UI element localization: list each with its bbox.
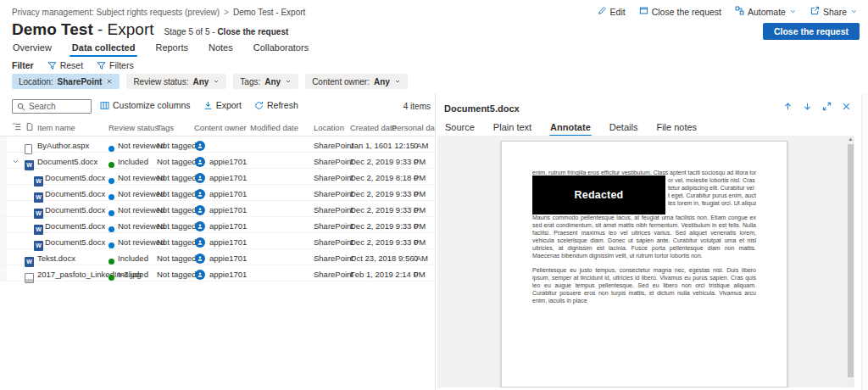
table-row[interactable]: WDocument5.docxNot reviewedNot taggedapp… [0, 201, 435, 217]
window-scrollbar[interactable] [861, 93, 868, 390]
share-button[interactable]: Share [810, 6, 858, 17]
preview-tab-file-notes[interactable]: File notes [655, 120, 698, 136]
item-name-cell[interactable]: Document5.docx [45, 173, 105, 182]
preview-panel-icons [783, 102, 851, 111]
status-dot [108, 210, 114, 216]
filter-bar: Filter Reset Filters [12, 60, 134, 70]
file-type-column-icon[interactable] [25, 122, 34, 133]
filters-button[interactable]: Filters [97, 60, 134, 70]
column-review-status[interactable]: Review status [108, 123, 159, 132]
search-box[interactable] [12, 99, 92, 114]
table-row[interactable]: WDocument5.docxNot reviewedNot taggedapp… [0, 233, 435, 249]
share-icon [810, 6, 820, 17]
item-name-cell[interactable]: Document5.docx [45, 205, 105, 214]
table-row[interactable]: WDocument5.docxNot reviewedNot taggedapp… [0, 185, 435, 201]
item-name-cell[interactable]: Document5.docx [45, 189, 105, 198]
chip-value: Any [192, 77, 209, 86]
filter-chip-reviewstatus[interactable]: Review status: Any [126, 74, 226, 89]
tags-cell: Not tagged [157, 270, 196, 279]
tab-notes[interactable]: Notes [208, 40, 234, 57]
tags-cell: Not tagged [157, 237, 196, 247]
reset-filters-label: Reset [60, 60, 83, 70]
owner-avatar [195, 221, 205, 231]
content-owner-cell: appie1701 [209, 254, 247, 263]
table-row[interactable]: WTekst.docxIncludedNot taggedappie1701Sh… [0, 249, 435, 265]
column-item-name[interactable]: Item name [37, 123, 75, 132]
item-name-cell[interactable]: Document5.docx [45, 221, 105, 231]
table-row[interactable]: WDocument5.docxNot reviewedNot taggedapp… [0, 169, 435, 185]
preview-tab-details[interactable]: Details [609, 120, 639, 136]
owner-avatar [195, 254, 205, 264]
content-owner-cell: appie1701 [209, 157, 247, 166]
item-name-cell[interactable]: Tekst.docx [37, 254, 75, 263]
status-dot [108, 146, 114, 152]
tab-overview[interactable]: Overview [12, 40, 53, 57]
item-name-cell[interactable]: ByAuthor.aspx [37, 141, 89, 150]
redaction-label: Redacted [575, 192, 624, 199]
remove-filter-icon[interactable] [106, 78, 113, 85]
edit-button[interactable]: Edit [598, 6, 626, 17]
download-icon [203, 101, 213, 110]
table-row[interactable]: WDocument5.docxNot reviewedNot taggedapp… [0, 217, 435, 233]
owner-avatar [195, 173, 205, 183]
close-panel-icon[interactable] [842, 102, 851, 111]
content-owner-cell: appie1701 [209, 270, 247, 279]
table-row[interactable]: 2017_pasfoto_LinkedIn-3.jpgIncludedNot t… [0, 265, 435, 281]
review-status-cell: Included [118, 254, 148, 263]
status-dot [108, 226, 114, 232]
filter-chip-tags[interactable]: Tags: Any [233, 74, 298, 89]
table-row[interactable]: WDocument5.docxIncludedNot taggedappie17… [0, 153, 435, 169]
search-input[interactable] [29, 102, 86, 111]
item-name-cell[interactable]: Document5.docx [37, 157, 97, 166]
preview-scrollbar[interactable]: ▲ [847, 136, 854, 387]
review-status-cell: Included [118, 270, 148, 279]
column-personal-data[interactable]: Personal da [392, 123, 435, 132]
tags-cell: Not tagged [157, 141, 196, 150]
breadcrumb-root[interactable]: Privacy management: Subject rights reque… [12, 8, 220, 17]
tab-collaborators[interactable]: Collaborators [253, 40, 309, 57]
preview-tab-plain-text[interactable]: Plain text [492, 120, 532, 136]
table-row[interactable]: ByAuthor.aspxNot reviewedNot taggedShare… [0, 136, 435, 153]
column-modified-date[interactable]: Modified date [250, 123, 298, 132]
close-request-button[interactable]: Close the request [763, 23, 860, 40]
page-title-rest: - Export [93, 20, 154, 38]
column-tags[interactable]: Tags [157, 123, 174, 132]
pencil-icon [598, 6, 607, 17]
chevron-down-icon [213, 78, 220, 85]
tab-data-collected[interactable]: Data collected [71, 40, 136, 57]
chevron-down-icon [850, 7, 858, 17]
preview-scrollbar-thumb[interactable] [848, 144, 854, 377]
column-created-date[interactable]: Created date [350, 123, 397, 132]
redaction-overlay[interactable]: Redacted [532, 176, 665, 214]
reset-filters-button[interactable]: Reset [47, 60, 83, 70]
filter-chip-contentowner[interactable]: Content owner: Any [305, 74, 408, 89]
tab-reports[interactable]: Reports [154, 40, 189, 57]
item-name-cell[interactable]: Document5.docx [45, 237, 105, 247]
data-collected-list-pane: Customize columns Export Refresh 4 items [0, 93, 435, 390]
next-item-icon[interactable] [803, 102, 812, 111]
filter-chip-location[interactable]: Location: SharePoint [12, 74, 120, 89]
column-location[interactable]: Location [314, 123, 344, 132]
location-cell: SharePoint [314, 205, 353, 214]
select-all-icon[interactable] [12, 122, 21, 133]
automate-button[interactable]: Automate [735, 6, 797, 17]
owner-avatar [195, 270, 205, 280]
column-content-owner[interactable]: Content owner [194, 123, 247, 132]
personal-data-cell: 0 [414, 189, 418, 198]
refresh-button[interactable]: Refresh [254, 100, 298, 110]
owner-avatar [195, 157, 205, 167]
export-button[interactable]: Export [203, 100, 242, 110]
location-cell: SharePoint [314, 173, 353, 182]
customize-columns-button[interactable]: Customize columns [100, 100, 191, 110]
personal-data-cell: 0 [414, 254, 418, 263]
expand-panel-icon[interactable] [822, 102, 832, 111]
row-expand-chevron-icon[interactable] [12, 158, 19, 167]
scrollbar-up-arrow[interactable]: ▲ [847, 136, 854, 142]
preview-tab-source[interactable]: Source [444, 120, 476, 136]
close-request-button[interactable]: Close the request [639, 6, 721, 17]
previous-item-icon[interactable] [783, 102, 793, 111]
personal-data-cell: 0 [414, 221, 418, 231]
location-cell: SharePoint [314, 189, 353, 198]
preview-tab-annotate[interactable]: Annotate [549, 120, 592, 136]
paragraph-3: Pellentesque eu justo tempus, consectetu… [532, 266, 756, 304]
